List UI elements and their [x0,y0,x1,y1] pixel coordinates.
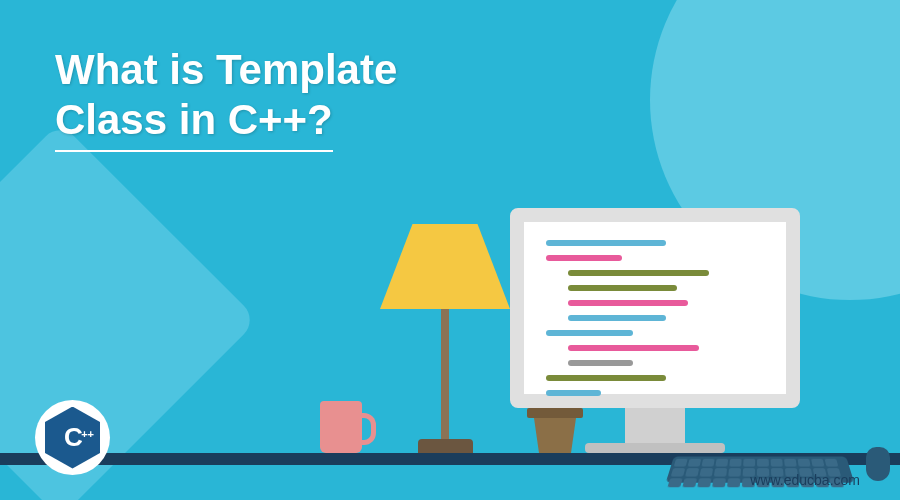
code-line [546,390,601,396]
lamp-pole [441,309,449,439]
desk-lamp [380,224,510,453]
keyboard-key [743,459,755,467]
computer-monitor [510,208,800,453]
code-line [568,360,633,366]
monitor-base [585,443,725,453]
keyboard-key [784,459,797,467]
keyboard-key [811,459,824,467]
keyboard-key [699,468,713,476]
keyboard-key [697,478,711,487]
logo-plus-symbols: ++ [81,431,94,439]
keyboard-key [715,459,728,467]
keyboard-key [757,459,769,467]
lamp-shade [380,224,510,309]
keyboard-key [671,468,686,476]
keyboard-key [771,459,783,467]
website-url: www.educba.com [750,472,860,488]
logo-letter: C [64,422,81,453]
keyboard-key [702,459,715,467]
title-line-1: What is Template [55,46,397,93]
cpp-logo: C ++ [35,400,110,475]
keyboard-key [712,478,726,487]
lamp-base [418,439,473,453]
code-line [546,330,633,336]
code-line [568,270,710,276]
keyboard-key [825,459,839,467]
code-line [568,300,688,306]
coffee-mug [320,401,362,453]
keyboard-key [729,459,741,467]
keyboard-key [688,459,702,467]
code-line [546,240,666,246]
keyboard-key [727,478,740,487]
keyboard-key [674,459,688,467]
cpp-logo-hexagon: C ++ [45,407,100,469]
code-line [546,375,666,381]
code-line [568,285,677,291]
computer-mouse [866,447,890,481]
keyboard-key [798,459,811,467]
keyboard-key [682,478,697,487]
keyboard-key [667,478,682,487]
code-line [568,315,666,321]
keyboard-key [685,468,699,476]
page-title: What is Template Class in C++? [55,45,397,152]
illustration-scene [290,103,840,453]
keyboard-key [728,468,741,476]
code-line [568,345,699,351]
title-line-2: Class in C++? [55,95,333,151]
code-line [546,255,622,261]
keyboard-key [714,468,727,476]
monitor-stand [625,408,685,443]
monitor-screen [510,208,800,408]
